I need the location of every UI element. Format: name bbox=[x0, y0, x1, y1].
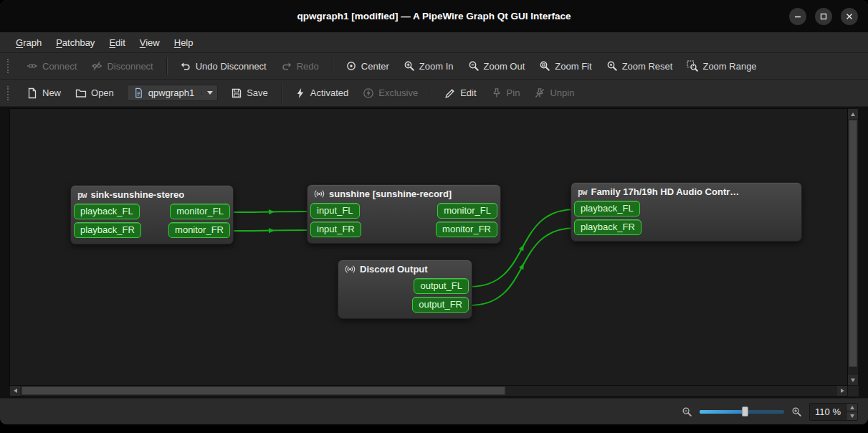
graph-node-sink[interactable]: pwsink-sunshine-stereoplayback_FLplaybac… bbox=[70, 185, 234, 244]
menu-patchbay-label: Patchbay bbox=[56, 37, 95, 48]
arrow-down-icon bbox=[850, 414, 854, 418]
port-out-monitor_FR[interactable]: monitor_FR bbox=[436, 222, 497, 237]
vertical-scrollbar-track[interactable] bbox=[848, 119, 858, 375]
disconnect-icon bbox=[91, 60, 102, 72]
redo-label: Redo bbox=[297, 61, 319, 72]
graph-node-sunshine[interactable]: sunshine [sunshine-record]input_FLinput_… bbox=[307, 184, 501, 244]
horizontal-scrollbar-track[interactable] bbox=[20, 386, 837, 396]
port-out-monitor_FL[interactable]: monitor_FL bbox=[437, 203, 497, 219]
arrow-up-icon bbox=[850, 406, 854, 409]
port-in-playback_FR[interactable]: playback_FR bbox=[574, 219, 642, 235]
scroll-down-button[interactable] bbox=[848, 375, 858, 385]
vertical-scrollbar-thumb[interactable] bbox=[849, 120, 857, 367]
edit-button[interactable]: Edit bbox=[438, 84, 482, 103]
unpin-label: Unpin bbox=[550, 87, 574, 98]
zoom-reset-button[interactable]: Zoom Reset bbox=[600, 57, 679, 75]
titlebar[interactable]: qpwgraph1 [modified] — A PipeWire Graph … bbox=[0, 0, 868, 32]
redo-button[interactable]: Redo bbox=[275, 57, 325, 75]
port-in-playback_FR[interactable]: playback_FR bbox=[74, 222, 141, 238]
disconnect-label: Disconnect bbox=[107, 61, 153, 72]
menu-graph[interactable]: Graph bbox=[9, 32, 49, 52]
horizontal-scrollbar-thumb[interactable] bbox=[22, 386, 505, 395]
connection-arrow bbox=[269, 209, 275, 214]
disconnect-button[interactable]: Disconnect bbox=[85, 57, 159, 75]
menu-help[interactable]: Help bbox=[167, 32, 201, 52]
connect-button[interactable]: Connect bbox=[20, 57, 83, 75]
activated-bolt-icon bbox=[295, 87, 306, 99]
port-in-input_FR[interactable]: input_FR bbox=[310, 222, 361, 237]
save-button[interactable]: Save bbox=[224, 84, 275, 103]
save-icon bbox=[231, 87, 242, 99]
port-in-playback_FL[interactable]: playback_FL bbox=[74, 204, 140, 219]
zoom-value[interactable]: 110 % bbox=[810, 406, 846, 417]
menu-edit[interactable]: Edit bbox=[102, 32, 132, 52]
statusbar-zoom-in-button[interactable] bbox=[791, 406, 802, 417]
zoom-spin-down-button[interactable] bbox=[846, 411, 857, 420]
menu-help-label: Help bbox=[174, 37, 194, 48]
zoom-in-button[interactable]: Zoom In bbox=[397, 57, 460, 75]
session-combobox[interactable]: qpwgraph1 bbox=[127, 85, 218, 101]
scroll-up-button[interactable] bbox=[848, 109, 858, 119]
close-button[interactable] bbox=[841, 8, 858, 25]
toolbar-grip[interactable] bbox=[7, 86, 12, 100]
scroll-left-button[interactable] bbox=[10, 386, 20, 396]
toolbar-separator bbox=[166, 57, 167, 75]
zoom-slider-handle[interactable] bbox=[742, 406, 748, 417]
pin-icon bbox=[491, 87, 502, 99]
unpin-icon bbox=[534, 87, 545, 99]
graph-view-frame: pwsink-sunshine-stereoplayback_FLplaybac… bbox=[0, 107, 868, 398]
file-toolbar: New Open qpwgraph1 Save Activated Exclus… bbox=[0, 80, 868, 107]
pin-button[interactable]: Pin bbox=[485, 84, 527, 103]
exclusive-button[interactable]: Exclusive bbox=[356, 84, 424, 103]
activated-button[interactable]: Activated bbox=[288, 84, 355, 103]
scroll-right-button[interactable] bbox=[837, 386, 847, 396]
graph-node-discord[interactable]: Discord Outputoutput_FLoutput_FR bbox=[338, 260, 472, 319]
zoom-fit-button[interactable]: Zoom Fit bbox=[533, 57, 598, 75]
undo-button[interactable]: Undo Disconnect bbox=[173, 57, 273, 75]
unpin-button[interactable]: Unpin bbox=[528, 84, 581, 103]
connection-arrow bbox=[519, 262, 526, 270]
toolbar-grip[interactable] bbox=[7, 59, 12, 73]
port-out-monitor_FL[interactable]: monitor_FL bbox=[170, 204, 230, 219]
menu-patchbay[interactable]: Patchbay bbox=[49, 32, 102, 52]
node-header: pwFamily 17h/19h HD Audio Contr… bbox=[571, 183, 801, 200]
toolbar-separator bbox=[431, 85, 431, 102]
qpwgraph-window: qpwgraph1 [modified] — A PipeWire Graph … bbox=[0, 0, 868, 424]
zoom-out-mini-icon bbox=[682, 406, 692, 417]
pipewire-icon: pw bbox=[77, 190, 86, 200]
connect-label: Connect bbox=[42, 61, 77, 72]
center-button[interactable]: Center bbox=[339, 57, 396, 75]
new-button[interactable]: New bbox=[20, 84, 67, 103]
minimize-button[interactable] bbox=[789, 8, 806, 25]
port-out-output_FL[interactable]: output_FL bbox=[414, 278, 469, 294]
zoom-spinbox[interactable]: 110 % bbox=[809, 403, 858, 421]
vertical-scrollbar[interactable] bbox=[848, 108, 859, 386]
connections-layer bbox=[10, 109, 847, 385]
horizontal-scrollbar[interactable] bbox=[9, 386, 848, 396]
zoom-out-icon bbox=[468, 60, 480, 72]
open-button[interactable]: Open bbox=[69, 84, 120, 103]
combo-dropdown[interactable] bbox=[201, 91, 213, 95]
maximize-button[interactable] bbox=[815, 8, 832, 25]
menu-graph-label: Graph bbox=[16, 37, 42, 48]
arrow-right-icon bbox=[841, 389, 844, 393]
port-out-output_FR[interactable]: output_FR bbox=[412, 297, 469, 313]
zoom-spin-buttons bbox=[846, 404, 857, 420]
edit-pencil-icon bbox=[444, 87, 456, 99]
node-title: sunshine [sunshine-record] bbox=[329, 189, 452, 199]
port-out-monitor_FR[interactable]: monitor_FR bbox=[168, 222, 230, 238]
zoom-out-button[interactable]: Zoom Out bbox=[462, 57, 532, 75]
undo-icon bbox=[180, 60, 191, 72]
zoom-slider[interactable] bbox=[700, 406, 784, 417]
menu-view[interactable]: View bbox=[133, 32, 167, 52]
statusbar-zoom-out-button[interactable] bbox=[682, 406, 692, 417]
port-in-playback_FL[interactable]: playback_FL bbox=[574, 201, 640, 217]
zoom-in-label: Zoom In bbox=[419, 61, 454, 72]
graph-node-family[interactable]: pwFamily 17h/19h HD Audio Contr…playback… bbox=[571, 182, 802, 242]
zoom-out-label: Zoom Out bbox=[484, 61, 525, 72]
zoom-range-button[interactable]: Zoom Range bbox=[680, 57, 763, 75]
zoom-slider-fill bbox=[700, 410, 745, 414]
graph-canvas[interactable]: pwsink-sunshine-stereoplayback_FLplaybac… bbox=[9, 108, 848, 386]
zoom-spin-up-button[interactable] bbox=[846, 404, 857, 411]
port-in-input_FL[interactable]: input_FL bbox=[310, 203, 360, 219]
